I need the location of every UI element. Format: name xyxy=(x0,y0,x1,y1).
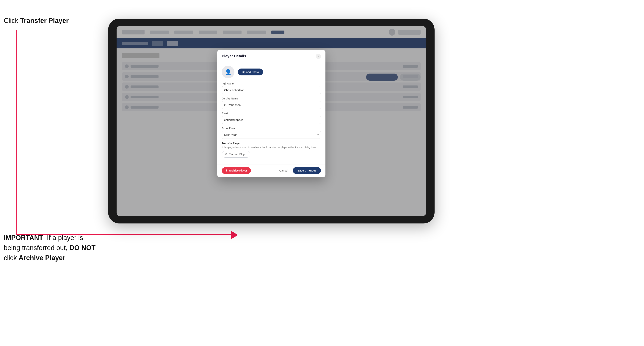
modal-footer: ⬇ Archive Player Cancel Save Changes xyxy=(217,164,326,177)
modal-title: Player Details xyxy=(222,54,246,58)
transfer-player-section: Transfer Player If this player has moved… xyxy=(222,142,321,158)
modal-body: 👤 Upload Photo Full Name Display Name xyxy=(217,62,326,165)
school-year-group: School Year Sixth Year First Year Second… xyxy=(222,127,321,139)
archive-icon: ⬇ xyxy=(226,169,228,172)
player-details-modal: Player Details × 👤 Upload Photo xyxy=(217,50,326,177)
email-label: Email xyxy=(222,112,321,115)
archive-player-button[interactable]: ⬇ Archive Player xyxy=(222,167,251,174)
email-group: Email xyxy=(222,112,321,124)
transfer-player-description: If this player has moved to another scho… xyxy=(222,146,321,149)
upload-photo-button[interactable]: Upload Photo xyxy=(238,69,263,75)
transfer-player-label: Transfer Player xyxy=(222,142,321,145)
modal-overlay: Player Details × 👤 Upload Photo xyxy=(116,26,426,216)
display-name-input[interactable] xyxy=(222,101,321,109)
arrow-vertical-line xyxy=(16,30,17,235)
tablet-device: Player Details × 👤 Upload Photo xyxy=(108,19,434,223)
refresh-icon: ⟳ xyxy=(225,153,228,156)
annotation-click: Click Transfer Player xyxy=(4,17,69,24)
email-input[interactable] xyxy=(222,116,321,124)
cancel-button[interactable]: Cancel xyxy=(277,167,291,174)
modal-header: Player Details × xyxy=(217,50,326,62)
annotation-bottom: IMPORTANT: If a player is being transfer… xyxy=(4,233,101,263)
arrow-head xyxy=(231,231,238,239)
user-icon: 👤 xyxy=(225,69,232,75)
transfer-player-button[interactable]: ⟳ Transfer Player xyxy=(222,151,250,158)
full-name-group: Full Name xyxy=(222,82,321,94)
full-name-label: Full Name xyxy=(222,82,321,85)
avatar-placeholder: 👤 xyxy=(222,66,234,78)
school-year-select-wrapper: Sixth Year First Year Second Year Third … xyxy=(222,131,321,139)
school-year-label: School Year xyxy=(222,127,321,130)
display-name-group: Display Name xyxy=(222,97,321,109)
school-year-select[interactable]: Sixth Year First Year Second Year Third … xyxy=(222,131,321,139)
modal-close-button[interactable]: × xyxy=(316,54,321,59)
full-name-input[interactable] xyxy=(222,86,321,94)
photo-row: 👤 Upload Photo xyxy=(222,66,321,78)
save-changes-button[interactable]: Save Changes xyxy=(293,167,321,174)
display-name-label: Display Name xyxy=(222,97,321,100)
tablet-screen: Player Details × 👤 Upload Photo xyxy=(116,26,426,216)
